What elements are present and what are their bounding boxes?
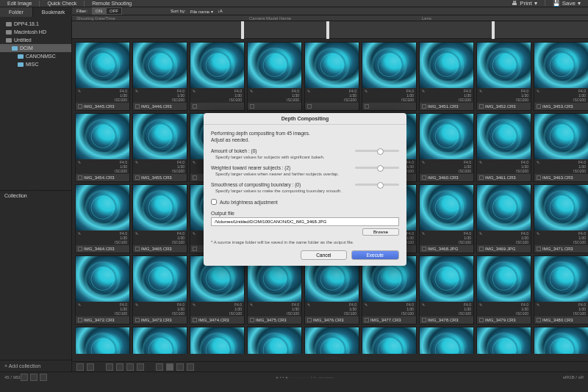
grid-large-icon[interactable]	[40, 374, 47, 381]
thumbnail[interactable]: ✎F4.01/30ISO200IMG_3452.CR3	[476, 42, 531, 111]
thumbnail[interactable]: ✎F4.01/30ISO200IMG_3461.CR3	[476, 113, 531, 182]
thumbnail-checkbox[interactable]	[479, 247, 484, 251]
thumbnail-checkbox[interactable]	[479, 104, 484, 109]
tool-square-icon[interactable]	[116, 363, 123, 371]
thumbnail-checkbox[interactable]	[365, 104, 369, 109]
tab-folder[interactable]: Folder	[0, 7, 33, 17]
thumbnail[interactable]: ✎F4.01/30ISO100	[362, 327, 417, 354]
thumbnail[interactable]: ✎F4.01/30ISO200	[362, 42, 417, 111]
thumbnail[interactable]: ✎F4.01/30ISO100	[534, 327, 588, 354]
tree-item-dpp4181[interactable]: DPP4.18.1	[0, 20, 71, 28]
thumbnail-checkbox[interactable]	[537, 318, 541, 322]
thumbnail[interactable]: ✎F4.01/30ISO100IMG_3475.CR3	[247, 255, 302, 324]
thumbnail[interactable]: ✎F4.01/30ISO100	[304, 327, 359, 354]
tool-grid-icon[interactable]	[126, 363, 134, 371]
thumbnail[interactable]: ✎F4.01/30ISO100IMG_3472.CR3	[75, 255, 130, 324]
thumbnail-checkbox[interactable]	[135, 104, 140, 109]
sort-dropdown[interactable]: File name ▾	[190, 9, 213, 14]
menu-quick-check[interactable]: Quick Check	[40, 1, 84, 6]
thumbnail[interactable]: ✎F4.01/30ISO100IMG_3478.CR3	[419, 255, 474, 324]
thumbnail[interactable]: ✎F4.01/30ISO100	[132, 327, 187, 354]
tool-list-icon[interactable]	[137, 363, 144, 371]
thumbnail[interactable]: ✎F4.01/30ISO100IMG_3473.CR3	[132, 255, 187, 324]
thumbnail-checkbox[interactable]	[250, 104, 254, 109]
thumbnail-checkbox[interactable]	[78, 175, 82, 180]
thumbnail[interactable]: ✎F4.01/30ISO100IMG_3474.CR3	[190, 255, 245, 324]
view-small-icon[interactable]	[156, 363, 163, 371]
collection-header[interactable]: Collection	[0, 190, 71, 200]
thumbnail-checkbox[interactable]	[422, 247, 426, 251]
view-large-icon[interactable]	[176, 363, 184, 371]
thumbnail-checkbox[interactable]	[135, 247, 140, 251]
thumbnail[interactable]: ✎F4.01/30ISO200	[247, 42, 302, 111]
thumbnail-checkbox[interactable]	[537, 104, 541, 109]
thumbnail-checkbox[interactable]	[78, 318, 82, 322]
tool-info-icon[interactable]	[87, 363, 94, 371]
save-button[interactable]: 💾Save▾	[545, 0, 588, 7]
sort-asc-icon[interactable]: ↓A	[218, 9, 223, 13]
thumbnail[interactable]: ✎F4.01/30ISO100	[190, 327, 245, 354]
print-button[interactable]: 🖶Print▾	[504, 0, 544, 7]
header-camera[interactable]: Camera Model Name	[245, 15, 417, 21]
tool-rotate-icon[interactable]	[76, 363, 84, 371]
thumbnail[interactable]: ✎F4.01/30ISO200IMG_3446.CR3	[132, 42, 187, 111]
thumbnail[interactable]: ✎F4.01/30ISO200IMG_3455.CR3	[132, 113, 187, 182]
smooth-slider[interactable]	[355, 184, 399, 186]
thumbnail[interactable]: ✎F4.01/30ISO100	[247, 327, 302, 354]
thumbnail[interactable]: ✎F4.01/30ISO200	[190, 42, 245, 111]
tree-item-canonmsc[interactable]: CANONMSC	[0, 52, 71, 60]
thumbnail-checkbox[interactable]	[135, 175, 140, 180]
tree-item-misc[interactable]: MISC	[0, 60, 71, 68]
tree-item-untitled[interactable]: Untitled	[0, 36, 71, 44]
thumbnail[interactable]: ✎F4.01/30ISO100IMG_3479.CR3	[476, 255, 531, 324]
thumbnail-checkbox[interactable]	[193, 318, 197, 322]
thumbnail[interactable]: ✎F4.01/30ISO100	[75, 327, 130, 354]
thumbnail[interactable]: ✎F4.01/30ISO100IMG_3468.JPG	[419, 184, 474, 253]
thumbnail[interactable]: ✎F4.01/30ISO100IMG_3477.CR3	[362, 255, 417, 324]
thumbnail-checkbox[interactable]	[307, 318, 312, 322]
view-medium-icon[interactable]	[166, 363, 173, 371]
bokeh-slider[interactable]	[355, 150, 399, 152]
thumbnail-checkbox[interactable]	[479, 175, 484, 180]
thumbnail-checkbox[interactable]	[193, 104, 197, 109]
header-lens[interactable]: Lens	[417, 15, 588, 21]
weight-slider[interactable]	[355, 167, 399, 169]
tool-circle-icon[interactable]	[106, 363, 113, 371]
filter-toggle[interactable]: ONOFF	[92, 7, 122, 15]
thumbnail-checkbox[interactable]	[78, 104, 82, 109]
tree-item-dcim[interactable]: DCIM	[0, 44, 71, 52]
thumbnail[interactable]: ✎F4.01/30ISO200IMG_3463.CR3	[534, 113, 588, 182]
thumbnail[interactable]: ✎F4.01/30ISO200	[304, 42, 359, 111]
thumbnail[interactable]: ✎F4.01/30ISO200IMG_3460.CR3	[419, 113, 474, 182]
view-xl-icon[interactable]	[187, 363, 194, 371]
thumbnail-checkbox[interactable]	[250, 318, 254, 322]
thumbnail-checkbox[interactable]	[78, 247, 82, 251]
tab-bookmark[interactable]: Bookmark	[33, 7, 75, 17]
thumbnail[interactable]: ✎F4.01/30ISO100IMG_3471.CR3	[534, 184, 588, 253]
grid-med-icon[interactable]	[30, 374, 37, 381]
thumbnail[interactable]: ✎F4.01/30ISO100	[476, 327, 531, 354]
thumbnail-checkbox[interactable]	[307, 104, 312, 109]
tree-item-macintoshhd[interactable]: Macintosh HD	[0, 28, 71, 36]
grid-small-icon[interactable]	[21, 374, 28, 381]
thumbnail-checkbox[interactable]	[537, 175, 541, 180]
thumbnail[interactable]: ✎F4.01/30ISO200IMG_3451.CR3	[419, 42, 474, 111]
add-collection-button[interactable]: + Add collection	[0, 360, 71, 371]
thumbnail-checkbox[interactable]	[537, 247, 541, 251]
thumbnail[interactable]: ✎F4.01/30ISO200IMG_3454.CR3	[75, 113, 130, 182]
menu-edit-image[interactable]: Edit Image	[0, 1, 39, 6]
thumbnail-checkbox[interactable]	[422, 104, 426, 109]
thumbnail-checkbox[interactable]	[422, 318, 426, 322]
thumbnail-checkbox[interactable]	[422, 175, 426, 180]
browse-button[interactable]: Browse	[362, 228, 399, 236]
menu-remote-shooting[interactable]: Remote Shooting	[85, 1, 139, 6]
thumbnail[interactable]: ✎F4.01/30ISO100IMG_3465.CR3	[132, 184, 187, 253]
auto-brightness-checkbox[interactable]	[211, 199, 217, 205]
thumbnail[interactable]: ✎F4.01/30ISO200IMG_3445.CR3	[75, 42, 130, 111]
thumbnail[interactable]: ✎F4.01/30ISO100	[419, 327, 474, 354]
header-date[interactable]: Shooting Date/Time	[72, 15, 245, 21]
thumbnail[interactable]: ✎F4.01/30ISO100IMG_3469.JPG	[476, 184, 531, 253]
thumbnail[interactable]: ✎F4.01/30ISO200IMG_3453.CR3	[534, 42, 588, 111]
thumbnail-checkbox[interactable]	[365, 318, 369, 322]
thumbnail[interactable]: ✎F4.01/30ISO100IMG_3480.CR3	[534, 255, 588, 324]
